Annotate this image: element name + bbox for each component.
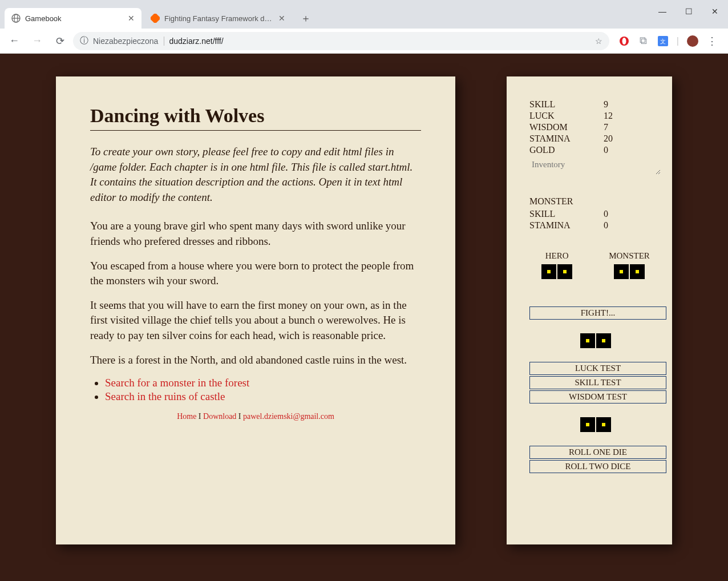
browser-tab-inactive[interactable]: Fighting Fantasy Framework dow… ✕ [144,8,292,29]
stats-panel: SKILL9 LUCK12 WISDOM7 STAMINA20 GOLD0 MO… [507,76,672,544]
choice-list: Search for a monster in the forest Searc… [90,377,421,403]
story-intro: To create your own story, please feel fr… [90,144,421,205]
inventory-field[interactable] [529,159,661,175]
close-icon[interactable]: ✕ [278,14,285,23]
story-footer: Home I Download I pawel.dziemski@gmail.c… [90,412,421,421]
stat-luck: LUCK12 [529,111,662,121]
list-item: Search for a monster in the forest [105,377,421,389]
svg-point-8 [687,35,698,47]
browser-tab-active[interactable]: Gamebook ✕ [5,8,141,29]
fight-button[interactable]: FIGHT!... [529,306,666,320]
die-icon [596,333,611,348]
svg-rect-3 [151,14,160,23]
reload-button[interactable]: ⟳ [50,31,70,51]
story-paragraph: There is a forest in the North, and old … [90,353,421,368]
dropbox-icon[interactable]: ⧉ [638,35,649,47]
menu-icon[interactable]: ⋮ [706,35,718,47]
browser-tab-strip: Gamebook ✕ Fighting Fantasy Framework do… [0,0,728,29]
tab-title: Gamebook [25,14,124,23]
profile-avatar[interactable] [687,35,698,47]
choice-link-castle[interactable]: Search in the ruins of castle [105,390,225,402]
minimize-button[interactable]: — [649,0,676,23]
translate-icon[interactable]: 文 [657,35,669,47]
svg-text:文: 文 [660,38,666,45]
close-window-button[interactable]: ✕ [702,0,728,23]
monster-heading: MONSTER [529,196,662,207]
stat-skill: SKILL9 [529,99,662,110]
list-item: Search in the ruins of castle [105,390,421,403]
monster-stamina: STAMINA0 [529,220,662,231]
svg-point-5 [622,38,626,45]
story-paragraph: It seems that you will have to earn the … [90,298,421,344]
maximize-button[interactable]: ☐ [676,0,702,23]
die-icon [580,417,595,432]
home-link[interactable]: Home [177,412,196,421]
monster-dice: MONSTER [609,251,650,279]
tab-title: Fighting Fantasy Framework dow… [164,14,275,23]
story-paragraph: You escaped from a house where you were … [90,259,421,289]
opera-icon[interactable] [618,35,630,47]
sourceforge-icon [151,14,160,23]
star-icon[interactable]: ☆ [595,37,602,46]
die-icon [614,264,629,279]
stat-stamina: STAMINA20 [529,134,662,144]
die-icon [596,417,611,432]
die-icon [557,264,572,279]
info-icon: ⓘ [80,35,88,46]
monster-skill: SKILL0 [529,209,662,219]
roll-one-button[interactable]: ROLL ONE DIE [529,446,666,459]
die-icon [630,264,645,279]
roll-two-button[interactable]: ROLL TWO DICE [529,460,666,473]
wisdom-test-button[interactable]: WISDOM TEST [529,390,666,404]
new-tab-button[interactable]: ＋ [298,10,314,26]
stat-wisdom: WISDOM7 [529,122,662,132]
page-viewport: Dancing with Wolves To create your own s… [0,54,728,581]
globe-icon [11,14,21,23]
back-button[interactable]: ← [5,31,24,51]
story-panel: Dancing with Wolves To create your own s… [56,76,455,544]
skill-test-button[interactable]: SKILL TEST [529,376,666,389]
hero-dice: HERO [541,251,572,279]
email-link[interactable]: pawel.dziemski@gmail.com [243,412,334,421]
browser-toolbar: ← → ⟳ ⓘ Niezabezpieczona dudziarz.net/ff… [0,29,728,54]
die-icon [580,333,595,348]
die-icon [541,264,556,279]
story-paragraph: You are a young brave girl who spent man… [90,219,421,249]
story-title: Dancing with Wolves [90,105,421,131]
security-label: Niezabezpieczona [93,37,164,46]
close-icon[interactable]: ✕ [128,14,135,23]
address-bar[interactable]: ⓘ Niezabezpieczona dudziarz.net/fff/ ☆ [73,32,609,50]
forward-button[interactable]: → [27,31,47,51]
choice-link-forest[interactable]: Search for a monster in the forest [105,377,249,389]
download-link[interactable]: Download [203,412,236,421]
stat-gold: GOLD0 [529,145,662,155]
luck-test-button[interactable]: LUCK TEST [529,362,666,375]
url-text: dudziarz.net/fff/ [169,37,223,46]
